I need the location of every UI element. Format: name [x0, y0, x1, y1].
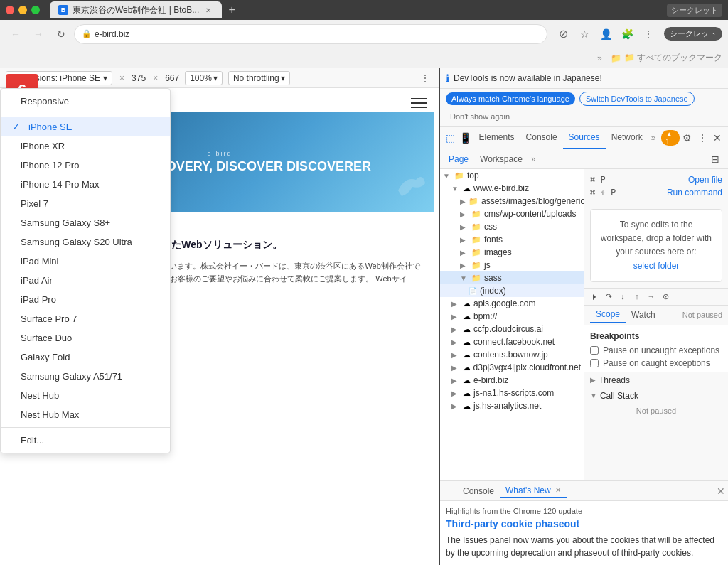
whatsnew-tab[interactable]: What's New ✕ — [500, 484, 567, 498]
device-menu-item-galaxya51[interactable]: Samsung Galaxy A51/71 — [1, 367, 170, 386]
inspect-element-btn[interactable]: ⬚ — [443, 128, 458, 148]
height-value[interactable]: 667 — [165, 73, 179, 83]
subtab-page[interactable]: Page — [443, 153, 474, 166]
device-menu-item-ipadmini[interactable]: iPad Mini — [1, 252, 170, 271]
profile-icon[interactable]: 👤 — [596, 24, 616, 44]
tab-sources[interactable]: Sources — [563, 127, 606, 149]
tab-network[interactable]: Network — [606, 127, 648, 149]
device-menu-item-nesthub[interactable]: Nest Hub — [1, 386, 170, 405]
whats-new-title[interactable]: Third-party cookie phaseout — [446, 518, 722, 529]
tree-origin-ccfp[interactable]: ▶ ☁ ccfp.cloudcircus.ai — [440, 323, 584, 335]
device-menu-item-iphonexr[interactable]: iPhone XR — [1, 136, 170, 156]
zoom-dropdown[interactable]: 100% ▾ — [185, 71, 223, 85]
step-out-btn[interactable]: ↑ — [630, 289, 644, 303]
tree-origin-cloudfront[interactable]: ▶ ☁ d3pj3vgx4ijpix.cloudfront.net — [440, 361, 584, 374]
bottom-panel-close-btn[interactable]: ✕ — [717, 485, 725, 497]
width-value[interactable]: 375 — [132, 73, 146, 83]
tab-close-btn[interactable]: ✕ — [203, 5, 213, 15]
tab-elements[interactable]: Elements — [473, 127, 520, 149]
tree-folder-sass[interactable]: ▼ 📁 sass — [440, 271, 584, 284]
step-over-btn[interactable]: ↷ — [601, 289, 616, 303]
device-menu-item-nesthubmax[interactable]: Nest Hub Max — [1, 405, 170, 424]
extension-icon[interactable]: 🧩 — [617, 24, 637, 44]
threads-section[interactable]: ▶ Threads — [584, 372, 728, 388]
open-file-link[interactable]: Open file — [688, 175, 722, 185]
devtools-close-btn[interactable]: ✕ — [710, 128, 725, 148]
device-menu-item-surfaceduo[interactable]: Surface Duo — [1, 328, 170, 348]
forward-btn[interactable]: → — [28, 24, 48, 44]
refresh-btn[interactable]: ↻ — [51, 24, 71, 44]
hamburger-menu-btn[interactable] — [411, 98, 427, 108]
device-menu-item-pixel7[interactable]: Pixel 7 — [1, 194, 170, 213]
tabs-more-btn[interactable]: » — [648, 133, 659, 143]
device-menu-item-galaxyfold[interactable]: Galaxy Fold — [1, 348, 170, 367]
toolbar-more-btn[interactable]: ⋮ — [417, 70, 434, 87]
device-menu-item-galaxys20ultra[interactable]: Samsung Galaxy S20 Ultra — [1, 232, 170, 252]
tree-origin-facebook[interactable]: ▶ ☁ connect.facebook.net — [440, 335, 584, 348]
bottom-more-btn[interactable]: ⋮ — [443, 484, 457, 498]
device-menu-item-ipadair[interactable]: iPad Air — [1, 271, 170, 290]
bp-uncaught-checkbox[interactable] — [590, 346, 599, 355]
bp-caught-checkbox[interactable] — [590, 359, 599, 367]
device-menu-item-surfacepro7[interactable]: Surface Pro 7 — [1, 309, 170, 328]
subtab-workspace[interactable]: Workspace — [474, 153, 528, 166]
whatsnew-close-btn[interactable]: ✕ — [555, 486, 561, 494]
minimize-window-btn[interactable] — [18, 6, 27, 14]
device-menu-edit[interactable]: Edit... — [1, 431, 170, 450]
throttle-dropdown[interactable]: No throttling ▾ — [228, 71, 290, 85]
tree-origin-bownow[interactable]: ▶ ☁ contents.bownow.jp — [440, 348, 584, 361]
devtools-more-btn[interactable]: ⋮ — [695, 128, 710, 148]
watch-tab[interactable]: Watch — [626, 307, 661, 323]
url-text: e-bird.biz — [95, 29, 129, 39]
tree-folder-assets[interactable]: ▶ 📁 assets/images/blog/genericor — [440, 195, 584, 208]
device-menu-item-ipadpro[interactable]: iPad Pro — [1, 290, 170, 309]
select-folder-link[interactable]: select folder — [633, 261, 680, 271]
step-into-btn[interactable]: ↓ — [616, 289, 630, 303]
tree-folder-js[interactable]: ▶ 📁 js — [440, 259, 584, 271]
switch-language-btn[interactable]: Switch DevTools to Japanese — [579, 92, 695, 106]
device-menu-item-galaxys8[interactable]: Samsung Galaxy S8+ — [1, 213, 170, 232]
resume-btn[interactable]: ⏵ — [587, 289, 601, 303]
split-view-btn[interactable]: ⊟ — [705, 149, 725, 169]
run-command-link[interactable]: Run command — [667, 188, 722, 198]
tree-top[interactable]: ▼ 📁 top — [440, 169, 584, 182]
tree-origin-ebird[interactable]: ▼ ☁ www.e-bird.biz — [440, 182, 584, 195]
secret-mode-btn[interactable]: シークレット — [667, 4, 722, 17]
device-menu-item-iphone12pro[interactable]: iPhone 12 Pro — [1, 156, 170, 175]
address-bar[interactable]: 🔒 e-bird.biz — [74, 24, 547, 44]
tree-origin-google[interactable]: ▶ ☁ apis.google.com — [440, 297, 584, 310]
tab-console[interactable]: Console — [520, 127, 563, 149]
step-btn[interactable]: → — [644, 289, 658, 303]
bookmark-icon[interactable]: ☆ — [574, 24, 594, 44]
deactivate-btn[interactable]: ⊘ — [658, 289, 673, 303]
device-toggle-btn[interactable]: 📱 — [458, 128, 473, 148]
new-tab-btn[interactable]: + — [222, 0, 242, 20]
devtools-settings-btn[interactable]: ⚙ — [680, 128, 695, 148]
tree-origin-hsscripts[interactable]: ▶ ☁ js-na1.hs-scripts.com — [440, 387, 584, 399]
callstack-section[interactable]: ▼ Call Stack — [584, 388, 728, 404]
device-menu-item-iphonese[interactable]: iPhone SE — [1, 117, 170, 136]
match-language-btn[interactable]: Always match Chrome's language — [446, 92, 575, 105]
zoom-label: 100% — [190, 73, 212, 83]
device-menu-responsive[interactable]: Responsive — [1, 92, 170, 111]
device-menu-item-iphone14promax[interactable]: iPhone 14 Pro Max — [1, 175, 170, 194]
close-window-btn[interactable] — [6, 6, 14, 14]
tree-origin-ebird2[interactable]: ▶ ☁ e-bird.biz — [440, 374, 584, 387]
maximize-window-btn[interactable] — [31, 6, 40, 14]
tree-folder-fonts[interactable]: ▶ 📁 fonts — [440, 233, 584, 246]
tree-folder-cms[interactable]: ▶ 📁 cms/wp-content/uploads — [440, 208, 584, 220]
tree-origin-hsanalytics[interactable]: ▶ ☁ js.hs-analytics.net — [440, 399, 584, 412]
tree-folder-css[interactable]: ▶ 📁 css — [440, 220, 584, 233]
subtab-more-btn[interactable]: » — [528, 154, 539, 164]
menu-icon[interactable]: ⋮ — [638, 24, 658, 44]
console-bottom-tab[interactable]: Console — [457, 485, 500, 497]
cast-icon[interactable]: ⊘ — [553, 24, 573, 44]
tree-file-index[interactable]: 📄 (index) — [440, 284, 584, 297]
tree-origin-bpm[interactable]: ▶ ☁ bpm:// — [440, 310, 584, 323]
scope-tab[interactable]: Scope — [590, 306, 626, 323]
tab-active[interactable]: B 東京渋谷のWeb制作会社 | BtoB... ✕ — [50, 1, 222, 18]
dont-show-btn[interactable]: Don't show again — [446, 110, 514, 123]
bookmarks-more[interactable]: » 📁 📁 すべてのブックマーク — [597, 52, 722, 64]
tree-folder-images[interactable]: ▶ 📁 images — [440, 246, 584, 259]
back-btn[interactable]: ← — [6, 24, 26, 44]
